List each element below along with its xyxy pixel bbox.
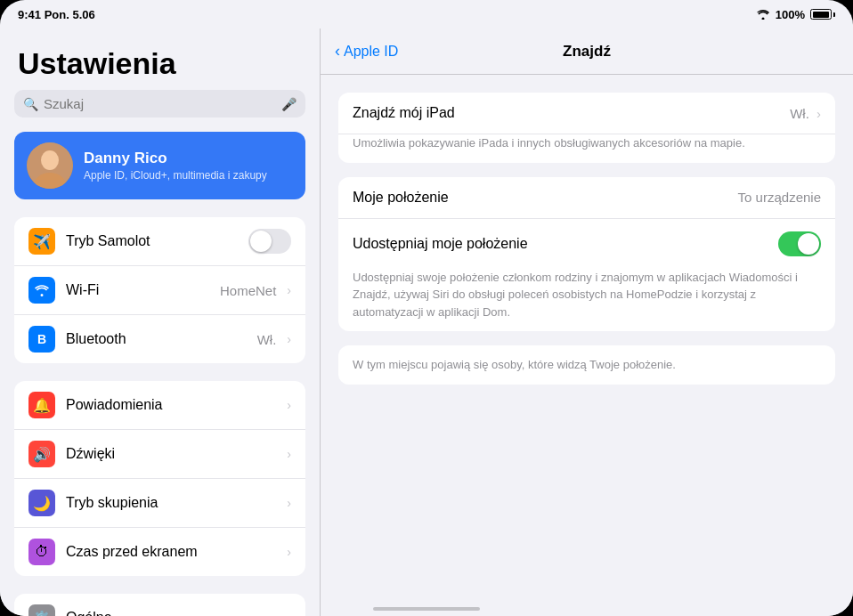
sidebar-item-general[interactable]: ⚙️ Ogólne › — [14, 594, 305, 616]
sidebar-item-focus[interactable]: 🌙 Tryb skupienia › — [14, 479, 305, 528]
home-indicator — [373, 607, 480, 611]
sounds-chevron: › — [287, 447, 291, 461]
back-label: Apple ID — [344, 44, 398, 60]
right-content: Znajdź mój iPad Wł. › Umożliwia pokazywa… — [321, 75, 853, 616]
search-bar[interactable]: 🔍 🎤 — [14, 90, 305, 118]
airplane-toggle[interactable] — [248, 229, 291, 254]
wifi-icon — [756, 9, 770, 20]
bluetooth-chevron: › — [287, 332, 291, 346]
find-my-ipad-row[interactable]: Znajdź mój iPad Wł. › — [338, 93, 835, 134]
sounds-label: Dźwięki — [66, 446, 276, 462]
general-label: Ogólne — [66, 610, 276, 616]
connectivity-section: ✈️ Tryb Samolot Wi-Fi HomeNet › B — [14, 217, 305, 363]
focus-label: Tryb skupienia — [66, 495, 276, 511]
search-icon: 🔍 — [23, 97, 38, 111]
focus-chevron: › — [287, 496, 291, 510]
sidebar-item-sounds[interactable]: 🔊 Dźwięki › — [14, 430, 305, 479]
back-button[interactable]: ‹ Apple ID — [335, 42, 398, 61]
notifications-label: Powiadomienia — [66, 397, 276, 413]
svg-point-1 — [41, 150, 59, 170]
back-chevron-icon: ‹ — [335, 42, 340, 61]
sidebar-title: Ustawienia — [0, 28, 320, 90]
status-bar: 9:41 Pon. 5.06 100% — [0, 0, 853, 28]
notifications-icon: 🔔 — [28, 392, 55, 418]
wifi-value: HomeNet — [220, 283, 276, 298]
bluetooth-icon: B — [28, 326, 55, 353]
profile-subtitle: Apple ID, iCloud+, multimedia i zakupy — [84, 169, 267, 182]
status-time: 9:41 Pon. 5.06 — [18, 8, 95, 21]
bluetooth-value: Wł. — [257, 332, 277, 347]
screen-time-chevron: › — [287, 545, 291, 559]
find-my-ipad-section: Znajdź mój iPad Wł. › Umożliwia pokazywa… — [338, 93, 835, 163]
mic-icon: 🎤 — [281, 97, 297, 111]
people-empty-text: W tym miejscu pojawią się osoby, które w… — [338, 345, 835, 385]
my-location-row: Moje położenie To urządzenie — [338, 177, 835, 219]
profile-name: Danny Rico — [84, 150, 267, 167]
notifications-chevron: › — [287, 398, 291, 412]
right-panel: ‹ Apple ID Znajdź Znajdź mój iPad Wł. › … — [321, 28, 853, 616]
right-header: ‹ Apple ID Znajdź — [321, 28, 853, 75]
focus-icon: 🌙 — [28, 490, 55, 516]
my-location-section: Moje położenie To urządzenie Udostępniaj… — [338, 177, 835, 332]
wifi-settings-icon — [28, 277, 55, 304]
sidebar-item-bluetooth[interactable]: B Bluetooth Wł. › — [14, 315, 305, 363]
find-my-ipad-description: Umożliwia pokazywanie iPada i innych obs… — [338, 134, 835, 163]
sidebar-item-notifications[interactable]: 🔔 Powiadomienia › — [14, 381, 305, 430]
screen-time-label: Czas przed ekranem — [66, 544, 276, 560]
sidebar-item-screen-time[interactable]: ⏱ Czas przed ekranem › — [14, 528, 305, 576]
sidebar-item-wifi[interactable]: Wi-Fi HomeNet › — [14, 266, 305, 315]
notifications-section: 🔔 Powiadomienia › 🔊 Dźwięki › 🌙 Tryb sku… — [14, 381, 305, 576]
airplane-icon: ✈️ — [28, 228, 55, 255]
find-my-ipad-label: Znajdź mój iPad — [353, 105, 790, 121]
profile-row[interactable]: Danny Rico Apple ID, iCloud+, multimedia… — [14, 132, 305, 199]
sounds-icon: 🔊 — [28, 441, 55, 467]
bluetooth-label: Bluetooth — [66, 331, 247, 347]
avatar — [27, 142, 73, 189]
wifi-chevron: › — [287, 283, 291, 297]
battery-percent: 100% — [776, 8, 805, 21]
wifi-label: Wi-Fi — [66, 282, 209, 298]
share-location-row[interactable]: Udostępniaj moje położenie — [338, 219, 835, 269]
page-title: Znajdź — [563, 43, 611, 61]
my-location-value: To urządzenie — [738, 190, 821, 205]
battery-icon — [810, 9, 835, 20]
general-icon: ⚙️ — [28, 604, 55, 616]
my-location-label: Moje położenie — [353, 190, 738, 206]
general-chevron: › — [287, 611, 291, 616]
share-location-label: Udostępniaj moje położenie — [353, 236, 778, 252]
find-my-ipad-value: Wł. › — [790, 106, 821, 121]
screen-time-icon: ⏱ — [28, 539, 55, 565]
status-right: 100% — [756, 8, 835, 21]
people-section: W tym miejscu pojawią się osoby, które w… — [338, 345, 835, 385]
share-location-toggle[interactable] — [778, 231, 821, 256]
general-section: ⚙️ Ogólne › ▦ Centrum sterowania › ☀️ Ek… — [14, 594, 305, 616]
share-location-description: Udostępniaj swoje położenie członkom rod… — [338, 269, 835, 332]
sidebar: Ustawienia 🔍 🎤 — [0, 28, 321, 616]
airplane-label: Tryb Samolot — [66, 233, 238, 249]
sidebar-item-airplane[interactable]: ✈️ Tryb Samolot — [14, 217, 305, 266]
search-input[interactable] — [44, 96, 276, 111]
